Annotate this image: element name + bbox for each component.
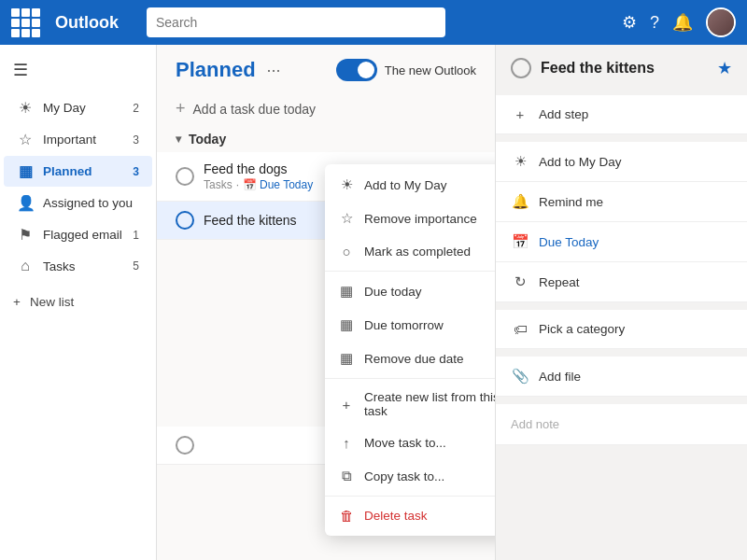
ctx-divider-1: [325, 271, 495, 272]
calendar-icon-1: 📅: [243, 178, 257, 191]
right-panel: Feed the kittens ★ + Add step ☀ Add to M…: [495, 45, 747, 560]
task-circle-3[interactable]: [176, 436, 194, 455]
ctx-add-to-my-day[interactable]: ☀ Add to My Day: [325, 168, 495, 202]
rp-add-my-day[interactable]: ☀ Add to My Day: [496, 142, 747, 182]
ctx-copy-icon: ⧉: [338, 468, 355, 484]
section-today-header[interactable]: ▾ Today: [157, 126, 495, 152]
rp-category[interactable]: 🏷 Pick a category: [496, 310, 747, 349]
ctx-remove-due-date[interactable]: ▦ Remove due date: [325, 342, 495, 375]
ctx-due-tomorrow[interactable]: ▦ Due tomorrow: [325, 308, 495, 342]
search-bar[interactable]: [147, 7, 445, 37]
planned-icon: ▦: [17, 162, 34, 180]
new-list-button[interactable]: + New list: [0, 288, 156, 315]
settings-icon[interactable]: ⚙: [622, 12, 637, 33]
rp-add-file[interactable]: 📎 Add file: [496, 357, 747, 397]
sidebar-label-tasks: Tasks: [43, 259, 76, 273]
help-icon[interactable]: ?: [650, 13, 659, 33]
ctx-check-icon: ○: [338, 244, 355, 259]
task-circle-1[interactable]: [176, 167, 194, 186]
person-icon: 👤: [17, 194, 34, 212]
section-today-label: Today: [189, 132, 226, 147]
ctx-trash-icon: 🗑: [338, 508, 355, 524]
sidebar-label-my-day: My Day: [43, 101, 86, 115]
ctx-divider-2: [325, 378, 495, 379]
rp-gap-1: [496, 88, 747, 95]
sidebar-item-assigned[interactable]: 👤 Assigned to you: [4, 188, 152, 218]
hamburger-icon[interactable]: ☰: [0, 52, 156, 91]
sidebar-item-planned[interactable]: ▦ Planned 3: [4, 156, 152, 187]
content-title: Planned: [176, 58, 256, 82]
rp-repeat-label: Repeat: [539, 275, 580, 289]
add-task-plus-icon: +: [176, 99, 186, 119]
rp-sun-icon: ☀: [511, 153, 529, 170]
sidebar-count-tasks: 5: [133, 259, 139, 273]
main-layout: ☰ ☀ My Day 2 ☆ Important 3 ▦ Planned 3 👤…: [0, 45, 747, 560]
ctx-remove-importance-label: Remove importance: [364, 212, 477, 226]
rp-due-today[interactable]: 📅 Due Today: [496, 222, 747, 262]
avatar[interactable]: [706, 7, 736, 37]
ctx-mark-completed-label: Mark as completed: [364, 245, 471, 259]
ctx-delete-task[interactable]: 🗑 Delete task: [325, 499, 495, 532]
rp-star-icon[interactable]: ★: [717, 58, 732, 78]
rp-gap-4: [496, 349, 747, 357]
rp-add-step-label: Add step: [539, 107, 588, 121]
rp-gap-3: [496, 302, 747, 310]
ctx-due-today[interactable]: ▦ Due today: [325, 274, 495, 308]
rp-plus-icon: +: [511, 106, 529, 122]
rp-remind-me[interactable]: 🔔 Remind me: [496, 182, 747, 222]
rp-repeat[interactable]: ↻ Repeat: [496, 262, 747, 302]
ctx-remove-importance[interactable]: ☆ Remove importance: [325, 202, 495, 235]
task-circle-2[interactable]: [176, 211, 194, 230]
rp-note-area[interactable]: Add note: [496, 404, 747, 445]
sidebar-label-flagged: Flagged email: [43, 228, 122, 242]
rp-repeat-icon: ↻: [511, 273, 529, 290]
rp-add-file-label: Add file: [539, 370, 581, 384]
ctx-add-my-day-label: Add to My Day: [364, 178, 447, 192]
rp-gap-2: [496, 134, 747, 142]
add-task-bar[interactable]: + Add a task due today: [157, 91, 495, 126]
ctx-copy-task-label: Copy task to...: [364, 469, 444, 483]
sidebar-item-tasks[interactable]: ⌂ Tasks 5: [4, 251, 152, 281]
sidebar-item-my-day[interactable]: ☀ My Day 2: [4, 92, 152, 123]
sidebar-label-assigned: Assigned to you: [43, 196, 133, 210]
rp-category-label: Pick a category: [539, 322, 625, 336]
ctx-calendar-remove-icon: ▦: [338, 350, 355, 367]
sidebar-item-important[interactable]: ☆ Important 3: [4, 124, 152, 155]
ctx-star-icon: ☆: [338, 210, 355, 227]
sidebar-item-flagged[interactable]: ⚑ Flagged email 1: [4, 219, 152, 250]
rp-header: Feed the kittens ★: [496, 45, 747, 88]
ctx-copy-task[interactable]: ⧉ Copy task to... ›: [325, 459, 495, 493]
ctx-move-task[interactable]: ↑ Move task to... ›: [325, 427, 495, 459]
ctx-move-task-label: Move task to...: [364, 436, 446, 450]
rp-add-step[interactable]: + Add step: [496, 95, 747, 134]
sidebar-count-planned: 3: [133, 165, 139, 178]
content-more-icon[interactable]: ···: [267, 61, 281, 80]
sidebar-count-flagged: 1: [133, 229, 139, 242]
ctx-move-icon: ↑: [338, 435, 355, 451]
app-title: Outlook: [55, 13, 119, 33]
rp-note-placeholder: Add note: [511, 417, 559, 431]
ctx-create-new-list[interactable]: + Create new list from this task: [325, 382, 495, 427]
content-header: Planned ··· The new Outlook: [157, 45, 495, 91]
ctx-remove-due-date-label: Remove due date: [364, 352, 464, 366]
search-input[interactable]: [156, 15, 436, 30]
new-outlook-toggle[interactable]: [336, 59, 377, 81]
new-list-plus-icon: +: [13, 295, 21, 309]
rp-tag-icon: 🏷: [511, 321, 529, 337]
ctx-delete-task-label: Delete task: [364, 509, 428, 523]
ctx-due-tomorrow-label: Due tomorrow: [364, 318, 444, 332]
rp-add-my-day-label: Add to My Day: [539, 155, 622, 169]
tasks-icon: ⌂: [17, 258, 34, 274]
ctx-calendar-today-icon: ▦: [338, 283, 355, 300]
notification-icon[interactable]: 🔔: [672, 12, 693, 33]
sidebar-count-important: 3: [133, 133, 139, 147]
apps-grid-icon[interactable]: [11, 8, 40, 37]
rp-remind-label: Remind me: [539, 195, 603, 209]
star-icon: ☆: [17, 131, 34, 148]
sidebar-label-planned: Planned: [43, 164, 92, 178]
rp-task-title: Feed the kittens: [541, 60, 708, 77]
rp-task-circle[interactable]: [511, 58, 531, 78]
toggle-container: The new Outlook: [336, 59, 476, 81]
ctx-mark-completed[interactable]: ○ Mark as completed: [325, 235, 495, 268]
ctx-sun-icon: ☀: [338, 176, 355, 193]
